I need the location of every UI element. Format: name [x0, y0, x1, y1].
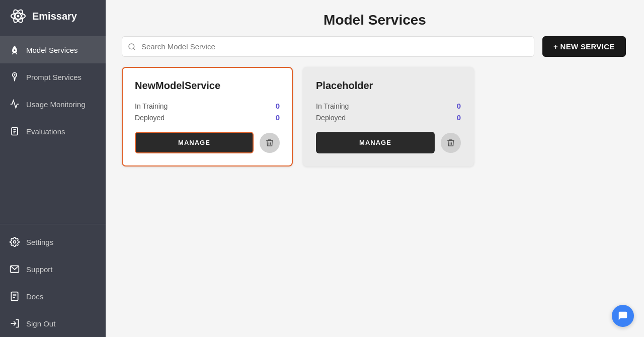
- sidebar-label-sign-out: Sign Out: [26, 319, 55, 328]
- sidebar-label-evaluations: Evaluations: [26, 127, 65, 136]
- new-service-button[interactable]: + NEW SERVICE: [542, 36, 626, 57]
- search-container: [122, 36, 534, 57]
- card-actions-placeholder: MANAGE: [316, 132, 461, 153]
- sidebar-item-model-services[interactable]: Model Services: [0, 36, 106, 63]
- in-training-label-placeholder: In Training: [316, 102, 349, 110]
- deployed-label-placeholder: Deployed: [316, 114, 346, 122]
- sidebar-header: Emissary: [0, 0, 106, 32]
- search-input[interactable]: [122, 36, 534, 57]
- deployed-row-placeholder: Deployed 0: [316, 113, 461, 122]
- in-training-value-placeholder: 0: [457, 102, 461, 110]
- prompt-icon: [9, 71, 20, 82]
- svg-point-3: [17, 15, 20, 18]
- card-stats-placeholder: In Training 0 Deployed 0: [316, 102, 461, 122]
- sidebar-label-support: Support: [26, 265, 53, 274]
- deployed-value: 0: [276, 113, 280, 122]
- sidebar-item-evaluations[interactable]: Evaluations: [0, 118, 106, 145]
- svg-line-17: [133, 48, 135, 50]
- sidebar-item-support[interactable]: Support: [0, 256, 106, 283]
- sidebar-item-usage-monitoring[interactable]: Usage Monitoring: [0, 91, 106, 118]
- manage-button-placeholder[interactable]: MANAGE: [316, 132, 435, 153]
- rocket-icon: [9, 44, 20, 55]
- in-training-row: In Training 0: [135, 102, 280, 110]
- manage-button-new-model-service[interactable]: MANAGE: [135, 132, 254, 153]
- settings-icon: [9, 236, 20, 247]
- sidebar: Emissary Model Services Prompt Services: [0, 0, 106, 337]
- sidebar-label-docs: Docs: [26, 292, 43, 301]
- deployed-value-placeholder: 0: [457, 113, 461, 122]
- in-training-label: In Training: [135, 102, 168, 110]
- svg-point-4: [14, 74, 15, 75]
- delete-button-placeholder[interactable]: [441, 133, 461, 153]
- sidebar-item-sign-out[interactable]: Sign Out: [0, 310, 106, 337]
- sidebar-nav: Model Services Prompt Services Usage Mon…: [0, 32, 106, 337]
- sidebar-label-settings: Settings: [26, 238, 53, 246]
- svg-point-9: [14, 241, 16, 243]
- toolbar: + NEW SERVICE: [106, 36, 644, 67]
- sidebar-label-model-services: Model Services: [26, 46, 78, 54]
- card-title-new-model-service: NewModelService: [135, 80, 280, 92]
- cards-container: NewModelService In Training 0 Deployed 0…: [106, 67, 644, 166]
- sidebar-label-prompt-services: Prompt Services: [26, 73, 82, 81]
- signout-icon: [9, 318, 20, 329]
- envelope-icon: [9, 264, 20, 275]
- delete-button-new-model-service[interactable]: [260, 133, 280, 153]
- app-name: Emissary: [32, 11, 77, 22]
- chat-bubble[interactable]: [612, 305, 634, 327]
- search-icon: [128, 43, 136, 51]
- main-content: Model Services + NEW SERVICE NewModelSer…: [106, 0, 644, 337]
- svg-point-16: [129, 44, 134, 49]
- docs-icon: [9, 291, 20, 302]
- service-card-placeholder: Placeholder In Training 0 Deployed 0 MAN…: [303, 67, 474, 166]
- card-title-placeholder: Placeholder: [316, 80, 461, 92]
- card-actions-new-model-service: MANAGE: [135, 132, 280, 153]
- clipboard-icon: [9, 126, 20, 137]
- sidebar-divider: [0, 224, 106, 224]
- deployed-row: Deployed 0: [135, 113, 280, 122]
- page-header: Model Services: [106, 0, 644, 36]
- card-stats-new-model-service: In Training 0 Deployed 0: [135, 102, 280, 122]
- in-training-row-placeholder: In Training 0: [316, 102, 461, 110]
- deployed-label: Deployed: [135, 114, 165, 122]
- service-card-new-model-service: NewModelService In Training 0 Deployed 0…: [122, 67, 293, 166]
- page-title: Model Services: [324, 12, 426, 28]
- sidebar-item-docs[interactable]: Docs: [0, 283, 106, 310]
- sidebar-label-usage-monitoring: Usage Monitoring: [26, 100, 86, 109]
- chart-icon: [9, 99, 20, 110]
- sidebar-item-settings[interactable]: Settings: [0, 228, 106, 256]
- in-training-value: 0: [276, 102, 280, 110]
- app-logo-icon: [9, 7, 27, 25]
- sidebar-item-prompt-services[interactable]: Prompt Services: [0, 63, 106, 91]
